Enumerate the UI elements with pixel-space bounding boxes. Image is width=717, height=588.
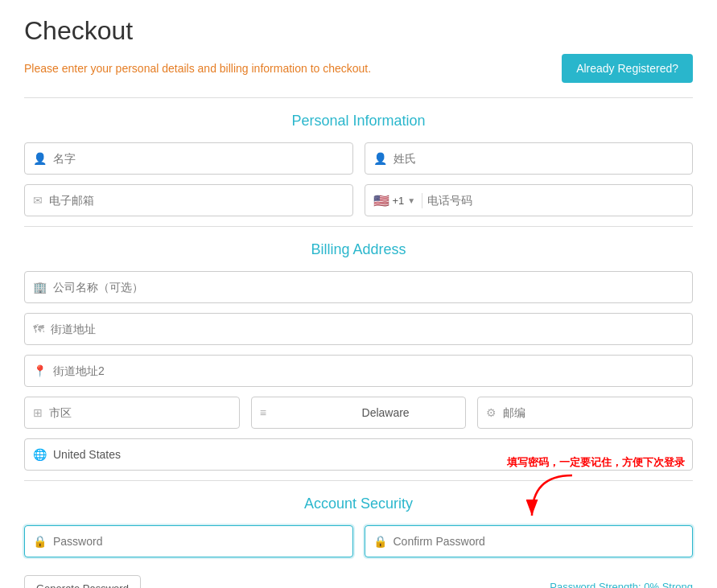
password-input[interactable] [53, 535, 344, 548]
arrow-icon [516, 471, 580, 520]
password-field[interactable]: 🔒 [24, 525, 353, 557]
email-field[interactable]: ✉ [24, 184, 353, 216]
person-icon: 👤 [33, 152, 47, 165]
state-field[interactable]: ≡ Delaware [251, 397, 467, 429]
street-field[interactable]: 🗺 [24, 313, 693, 345]
personal-info-section: Personal Information 👤 👤 ✉ 🇺🇸 +1 ▼ [24, 113, 693, 216]
flag-icon: 🇺🇸 [373, 193, 389, 208]
account-security-section: 填写密码，一定要记住，方便下次登录 Account Security 🔒 🔒 G… [24, 495, 693, 588]
gear-icon: ⚙ [486, 406, 497, 419]
phone-input[interactable] [427, 194, 684, 207]
email-input[interactable] [49, 194, 344, 207]
company-row: 🏢 [24, 271, 693, 303]
person-icon-2: 👤 [373, 152, 387, 165]
street2-input[interactable] [53, 364, 684, 377]
first-name-input[interactable] [53, 152, 344, 165]
already-registered-button[interactable]: Already Registered? [562, 54, 693, 83]
email-phone-row: ✉ 🇺🇸 +1 ▼ [24, 184, 693, 216]
street2-row: 📍 [24, 355, 693, 387]
first-name-field[interactable]: 👤 [24, 142, 353, 175]
globe-icon: 🌐 [33, 448, 47, 461]
generate-password-button[interactable]: Generate Password [24, 575, 141, 588]
country-value: United States [53, 448, 121, 461]
billing-address-title: Billing Address [24, 241, 693, 258]
building-icon: 🏢 [33, 281, 47, 294]
divider-billing [24, 226, 693, 227]
map-icon: 🗺 [33, 323, 44, 335]
last-name-field[interactable]: 👤 [365, 142, 694, 175]
street-input[interactable] [51, 323, 684, 335]
phone-prefix[interactable]: 🇺🇸 +1 ▼ [373, 193, 423, 208]
city-input[interactable] [49, 406, 231, 419]
annotation-text: 填写密码，一定要记住，方便下次登录 [507, 455, 685, 470]
phone-field[interactable]: 🇺🇸 +1 ▼ [365, 184, 694, 216]
password-row: 🔒 🔒 [24, 525, 693, 557]
personal-info-title: Personal Information [24, 113, 693, 130]
lock-icon: 🔒 [33, 535, 47, 548]
password-actions-row: Generate Password Password Strength: 0% … [24, 567, 693, 588]
subtitle-row: Please enter your personal details and b… [24, 54, 693, 83]
billing-address-section: Billing Address 🏢 🗺 📍 ⊞ ≡ Delaware [24, 241, 693, 471]
page-title: Checkout [24, 16, 693, 46]
state-value: Delaware [362, 406, 458, 419]
divider-security [24, 480, 693, 481]
street-row: 🗺 [24, 313, 693, 345]
confirm-password-input[interactable] [394, 535, 685, 548]
street2-field[interactable]: 📍 [24, 355, 693, 387]
company-input[interactable] [53, 281, 684, 294]
divider-top [24, 97, 693, 98]
last-name-input[interactable] [394, 152, 685, 165]
name-row: 👤 👤 [24, 142, 693, 175]
filter-icon: ≡ [260, 406, 356, 419]
company-field[interactable]: 🏢 [24, 271, 693, 303]
email-icon: ✉ [33, 194, 43, 207]
grid-icon: ⊞ [33, 406, 43, 419]
password-strength-text: Password Strength: 0% Strong [550, 581, 693, 588]
city-field[interactable]: ⊞ [24, 397, 240, 429]
chevron-down-icon: ▼ [407, 196, 415, 205]
lock-icon-2: 🔒 [373, 535, 387, 548]
zip-field[interactable]: ⚙ [477, 397, 693, 429]
pin-icon: 📍 [33, 364, 47, 377]
country-code: +1 [393, 195, 405, 207]
city-state-zip-row: ⊞ ≡ Delaware ⚙ [24, 397, 693, 429]
zip-input[interactable] [503, 406, 684, 419]
confirm-password-field[interactable]: 🔒 [365, 525, 694, 557]
account-security-title: Account Security [24, 495, 693, 512]
subtitle-text: Please enter your personal details and b… [24, 62, 371, 75]
